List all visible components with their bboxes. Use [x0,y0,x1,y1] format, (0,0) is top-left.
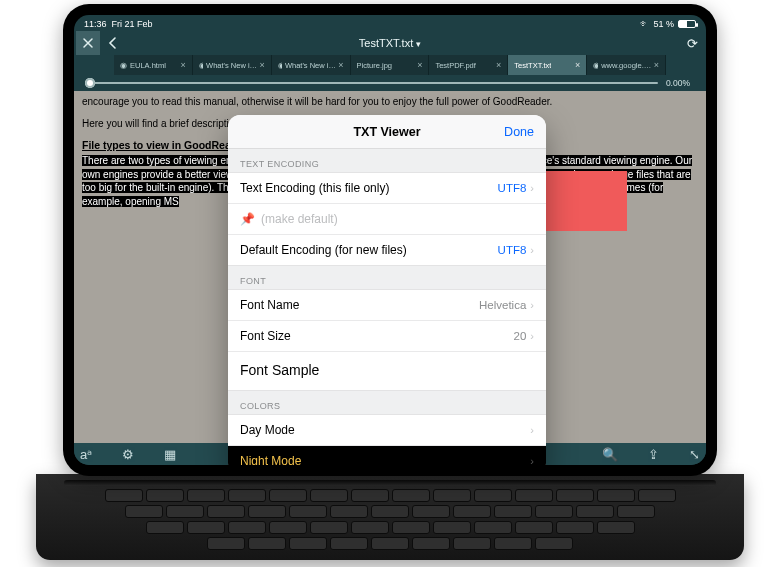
key [330,537,368,550]
progress-slider[interactable]: 0.00% [74,75,706,91]
globe-icon: ◉ [593,61,598,70]
tab-close-icon[interactable]: × [496,60,501,70]
chevron-right-icon: › [530,330,534,342]
tab-close-icon[interactable]: × [654,60,659,70]
key [351,521,389,534]
tab-google[interactable]: ◉www.google.com.html× [587,55,666,75]
sync-icon[interactable]: ⟳ [687,36,698,51]
toolbar-left: aᵃ ⚙ ▦ [80,447,176,462]
tab-picture[interactable]: Picture.jpg× [351,55,430,75]
key [392,489,430,502]
tab-label: Picture.jpg [357,61,392,70]
key [556,489,594,502]
done-button[interactable]: Done [504,125,534,139]
txt-viewer-popover: TXT Viewer Done TEXT ENCODING Text Encod… [228,115,546,465]
chevron-right-icon: › [530,455,534,465]
popover-body[interactable]: TEXT ENCODING Text Encoding (this file o… [228,149,546,465]
popover-header: TXT Viewer Done [228,115,546,149]
tab-label: What's New in GoodRea… [206,61,259,70]
nav-bar: TestTXT.txt▾ ⟳ [74,31,706,55]
key [269,521,307,534]
key [515,521,553,534]
tab-testtxt[interactable]: TestTXT.txt× [508,55,587,75]
row-default-encoding[interactable]: Default Encoding (for new files) UTF8› [228,234,546,266]
row-font-sample: Font Sample [228,351,546,391]
key [248,537,286,550]
tab-whatsnew-1[interactable]: ◉What's New in GoodRea…× [193,55,272,75]
grid-icon[interactable]: ▦ [164,447,176,462]
back-button[interactable] [100,36,124,50]
key [146,489,184,502]
share-icon[interactable]: ⇪ [648,447,659,462]
row-value: UTF8 [498,182,527,194]
row-day-mode[interactable]: Day Mode › [228,414,546,446]
ipad-frame: 11:36 Fri 21 Feb ᯤ 51 % TestTXT.txt▾ [63,4,717,476]
globe-icon: ◉ [120,61,127,70]
key [453,505,491,518]
row-label: Font Size [240,329,291,343]
key-space [371,537,409,550]
row-font-size[interactable]: Font Size 20› [228,320,546,352]
section-label-colors: COLORS [228,391,546,415]
toolbar-right: 🔍 ⇪ ⤡ [602,447,700,462]
keyboard-case [36,474,744,560]
key [494,505,532,518]
globe-icon: ◉ [278,61,282,70]
row-label: Font Name [240,298,299,312]
search-icon[interactable]: 🔍 [602,447,618,462]
tab-close-icon[interactable]: × [575,60,580,70]
key [474,489,512,502]
row-font-name[interactable]: Font Name Helvetica› [228,289,546,321]
status-bar: 11:36 Fri 21 Feb ᯤ 51 % [74,15,706,31]
keyboard-row [80,537,700,550]
tab-eula[interactable]: ◉EULA.html× [114,55,193,75]
section-label-encoding: TEXT ENCODING [228,149,546,173]
key [289,537,327,550]
chevron-right-icon: › [530,182,534,194]
tab-close-icon[interactable]: × [181,60,186,70]
key [248,505,286,518]
key [597,521,635,534]
tab-close-icon[interactable]: × [259,60,264,70]
stage: 11:36 Fri 21 Feb ᯤ 51 % TestTXT.txt▾ [0,0,780,567]
row-make-default[interactable]: 📌(make default) [228,203,546,235]
gear-icon[interactable]: ⚙ [122,447,134,462]
chevron-down-icon: ▾ [416,39,421,49]
tab-testpdf[interactable]: TestPDF.pdf× [429,55,508,75]
tab-close-icon[interactable]: × [338,60,343,70]
status-day: Fri 21 Feb [112,19,153,29]
key [330,505,368,518]
key [617,505,655,518]
section-label-font: FONT [228,266,546,290]
text-settings-icon[interactable]: aᵃ [80,447,92,462]
tab-close-icon[interactable]: × [417,60,422,70]
slider-track[interactable] [90,82,658,84]
key [371,505,409,518]
status-time: 11:36 [84,19,107,29]
key [207,537,245,550]
keyboard-row [80,489,700,502]
row-text-encoding[interactable]: Text Encoding (this file only) UTF8› [228,172,546,204]
tab-label: EULA.html [130,61,166,70]
row-night-mode[interactable]: Night Mode › [228,445,546,465]
row-label: Night Mode [240,454,301,465]
close-icon [82,37,94,49]
nav-title[interactable]: TestTXT.txt▾ [74,37,706,49]
key [515,489,553,502]
status-left: 11:36 Fri 21 Feb [84,19,153,29]
keyboard-row [80,521,700,534]
key [187,489,225,502]
key [310,521,348,534]
battery-icon [678,20,696,28]
expand-icon[interactable]: ⤡ [689,447,700,462]
key [207,505,245,518]
tab-label: What's New in GoodRea… [285,61,338,70]
slider-thumb[interactable] [85,78,95,88]
slider-percentage: 0.00% [666,78,690,88]
close-button[interactable] [76,31,100,55]
row-value: 20 [514,330,527,342]
tab-whatsnew-2[interactable]: ◉What's New in GoodRea…× [272,55,351,75]
row-label: Text Encoding (this file only) [240,181,389,195]
chevron-left-icon [108,36,117,50]
key [392,521,430,534]
